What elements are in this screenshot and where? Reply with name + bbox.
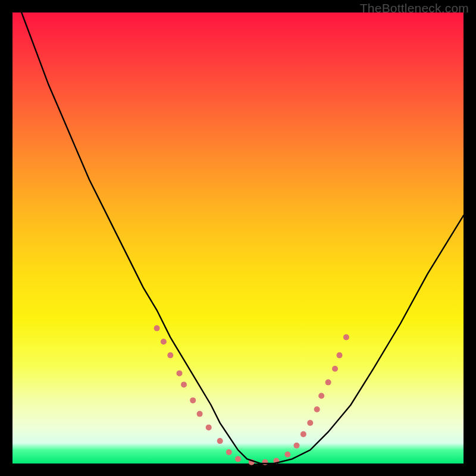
scatter-dot (226, 449, 232, 455)
scatter-dot (332, 366, 338, 372)
scatter-dot (177, 370, 183, 376)
scatter-dot (314, 406, 320, 412)
scatter-dot (294, 443, 300, 449)
chart-frame: TheBottleneck.com (0, 0, 476, 476)
chart-svg (12, 12, 464, 464)
chart-plot-area (12, 12, 464, 464)
watermark-text: TheBottleneck.com (360, 1, 469, 15)
scatter-dot (300, 431, 306, 437)
scatter-dot (167, 352, 173, 358)
scatter-dot (318, 393, 324, 399)
scatter-dot (190, 397, 196, 403)
scatter-dot (197, 411, 203, 417)
scatter-dots (154, 325, 349, 465)
bottleneck-curve-path (21, 12, 464, 464)
scatter-dot (161, 339, 167, 345)
scatter-dot (217, 438, 223, 444)
scatter-dot (307, 420, 313, 426)
scatter-dot (343, 334, 349, 340)
scatter-dot (206, 424, 212, 430)
scatter-dot (284, 452, 290, 458)
scatter-dot (181, 381, 187, 387)
scatter-dot (325, 380, 331, 386)
scatter-dot (154, 325, 160, 331)
scatter-dot (337, 352, 343, 358)
scatter-dot (235, 456, 241, 462)
